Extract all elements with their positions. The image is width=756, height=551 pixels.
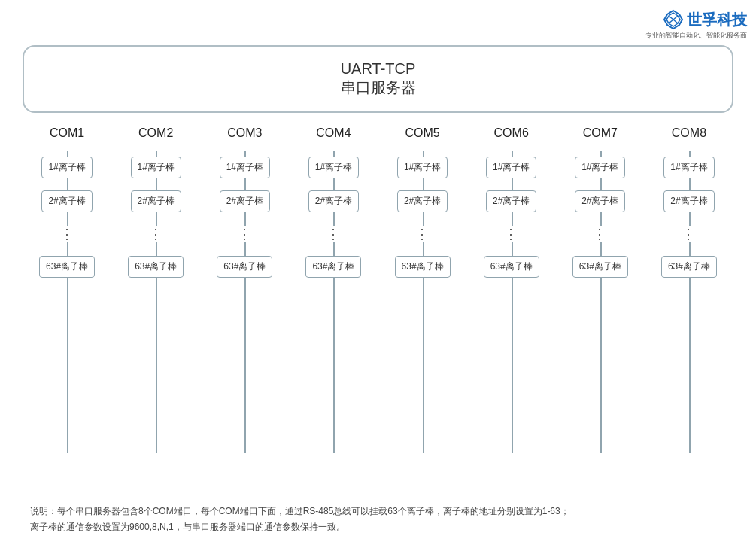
device-dots: ⋮ [501, 226, 521, 242]
com-label-com1: COM1 [29, 126, 105, 140]
device-last: 63#离子棒 [661, 256, 717, 278]
com-label-com6: COM6 [474, 126, 549, 140]
device-dots: ⋮ [590, 226, 610, 242]
device-first: 1#离子棒 [41, 157, 92, 178]
brand-subtitle: 专业的智能自动化、智能化服务商 [645, 31, 747, 41]
brand-logo: 世孚科技 [663, 9, 747, 30]
com-label-text: COM8 [672, 126, 706, 140]
col-com3: 1#离子棒2#离子棒⋮63#离子棒 [207, 151, 282, 453]
device-dots: ⋮ [57, 226, 77, 242]
com-label-text: COM4 [316, 126, 351, 140]
com-label-com8: COM8 [651, 126, 727, 140]
col-com8: 1#离子棒2#离子棒⋮63#离子棒 [651, 151, 727, 453]
col-com5: 1#离子棒2#离子棒⋮63#离子棒 [385, 151, 460, 453]
com-label-text: COM7 [583, 126, 618, 140]
com-label-text: COM2 [138, 126, 173, 140]
com-label-com5: COM5 [385, 126, 460, 140]
com-label-com7: COM7 [563, 126, 638, 140]
device-second: 2#离子棒 [131, 190, 181, 212]
logo-area: 世孚科技 专业的智能自动化、智能化服务商 [645, 9, 747, 41]
device-dots: ⋮ [323, 226, 344, 242]
device-last: 63#离子棒 [484, 256, 539, 278]
device-first: 1#离子棒 [220, 157, 270, 178]
columns-area: 1#离子棒2#离子棒⋮63#离子棒1#离子棒2#离子棒⋮63#离子棒1#离子棒2… [23, 151, 733, 453]
device-first: 1#离子棒 [308, 157, 359, 178]
device-second: 2#离子棒 [220, 190, 270, 212]
com-label-text: COM5 [405, 126, 439, 140]
brand-name: 世孚科技 [687, 10, 747, 30]
device-first: 1#离子棒 [131, 157, 181, 178]
com-label-com4: COM4 [296, 126, 371, 140]
device-last: 63#离子棒 [128, 256, 184, 278]
server-title-line2: 串口服务器 [341, 78, 416, 98]
com-label-com2: COM2 [118, 126, 193, 140]
device-last: 63#离子棒 [395, 256, 451, 278]
logo-icon [663, 9, 684, 30]
device-dots: ⋮ [146, 226, 166, 242]
footer-line1: 说明：每个串口服务器包含8个COM端口，每个COM端口下面，通过RS-485总线… [30, 504, 726, 520]
col-com4: 1#离子棒2#离子棒⋮63#离子棒 [296, 151, 371, 453]
col-com7: 1#离子棒2#离子棒⋮63#离子棒 [563, 151, 638, 453]
col-com1: 1#离子棒2#离子棒⋮63#离子棒 [29, 151, 105, 453]
device-second: 2#离子棒 [308, 190, 359, 212]
device-last: 63#离子棒 [217, 256, 272, 278]
device-second: 2#离子棒 [486, 190, 536, 212]
device-dots: ⋮ [412, 226, 433, 242]
col-com6: 1#离子棒2#离子棒⋮63#离子棒 [474, 151, 549, 453]
server-title-line1: UART-TCP [341, 60, 416, 78]
device-dots: ⋮ [679, 226, 699, 242]
footer-line2: 离子棒的通信参数设置为9600,8,N,1，与串口服务器端口的通信参数保持一致。 [30, 519, 726, 536]
device-first: 1#离子棒 [397, 157, 448, 178]
com-label-com3: COM3 [207, 126, 282, 140]
device-last: 63#离子棒 [572, 256, 628, 278]
device-last: 63#离子棒 [39, 256, 95, 278]
device-first: 1#离子棒 [663, 157, 714, 178]
com-row: COM1COM2COM3COM4COM5COM6COM7COM8 [23, 126, 733, 140]
device-second: 2#离子棒 [397, 190, 448, 212]
device-first: 1#离子棒 [575, 157, 625, 178]
device-dots: ⋮ [235, 226, 255, 242]
footer-note: 说明：每个串口服务器包含8个COM端口，每个COM端口下面，通过RS-485总线… [30, 504, 726, 536]
col-com2: 1#离子棒2#离子棒⋮63#离子棒 [118, 151, 193, 453]
com-label-text: COM3 [227, 126, 262, 140]
device-first: 1#离子棒 [486, 157, 536, 178]
device-second: 2#离子棒 [575, 190, 625, 212]
device-second: 2#离子棒 [41, 190, 92, 212]
com-label-text: COM6 [494, 126, 529, 140]
device-last: 63#离子棒 [305, 256, 361, 278]
server-box: UART-TCP 串口服务器 [23, 45, 733, 113]
device-second: 2#离子棒 [663, 190, 714, 212]
com-label-text: COM1 [50, 126, 84, 140]
